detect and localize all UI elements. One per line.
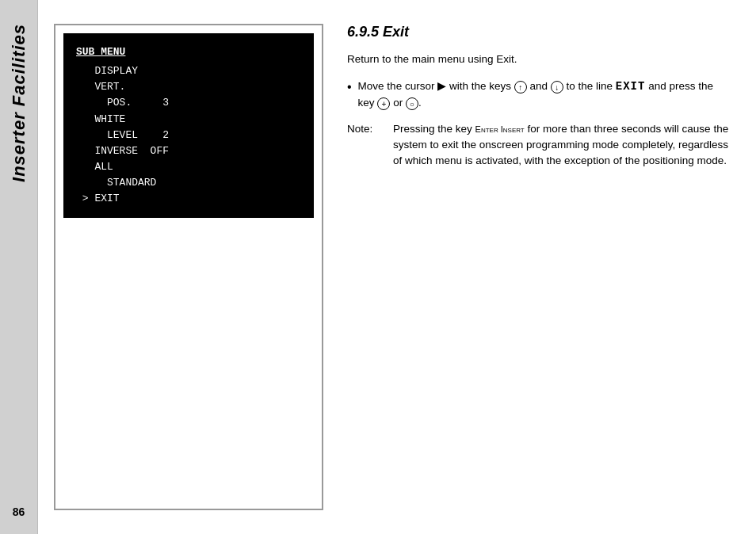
note-text: Pressing the key Enter Insert for more t… xyxy=(393,121,732,170)
intro-text: Return to the main menu using Exit. xyxy=(347,51,732,67)
bullet-dot: • xyxy=(347,78,352,111)
page-number: 86 xyxy=(13,505,25,518)
menu-item: VERT. xyxy=(76,79,301,95)
note-label: Note: xyxy=(347,121,380,170)
note-block: Note: Pressing the key Enter Insert for … xyxy=(347,121,732,170)
section-body: Return to the main menu using Exit. • Mo… xyxy=(347,51,732,169)
menu-title: SUB MENU xyxy=(76,44,301,60)
text-panel: 6.9.5 Exit Return to the main menu using… xyxy=(347,24,732,510)
sidebar: Inserter Facilities 86 xyxy=(0,0,38,534)
menu-item: POS. 3 xyxy=(76,95,301,111)
section-title: 6.9.5 Exit xyxy=(347,24,732,40)
screen-panel: SUB MENU DISPLAY VERT. POS. 3 WHITE LEVE… xyxy=(54,24,323,510)
key-down-icon: ↓ xyxy=(551,81,563,93)
exit-menu-item: > EXIT xyxy=(76,191,301,207)
key-up-icon: ↑ xyxy=(514,81,527,93)
menu-item: INVERSE OFF xyxy=(76,143,301,159)
menu-item: LEVEL 2 xyxy=(76,128,301,143)
menu-item: DISPLAY xyxy=(76,63,301,79)
bullet-text: Move the cursor ▶ with the keys ↑ and ↓ … xyxy=(358,78,732,111)
menu-item: ALL xyxy=(76,159,301,175)
exit-label: EXIT xyxy=(616,80,646,93)
screen-mockup: SUB MENU DISPLAY VERT. POS. 3 WHITE LEVE… xyxy=(63,33,314,218)
enter-insert-label: Enter Insert xyxy=(475,124,525,134)
main-content: SUB MENU DISPLAY VERT. POS. 3 WHITE LEVE… xyxy=(38,0,756,534)
menu-item: STANDARD xyxy=(76,175,301,191)
key-alt-icon: ○ xyxy=(406,97,418,110)
menu-item: WHITE xyxy=(76,112,301,128)
sidebar-title: Inserter Facilities xyxy=(9,24,29,182)
key-enter-icon: + xyxy=(377,97,390,110)
bullet-point: • Move the cursor ▶ with the keys ↑ and … xyxy=(347,78,732,111)
